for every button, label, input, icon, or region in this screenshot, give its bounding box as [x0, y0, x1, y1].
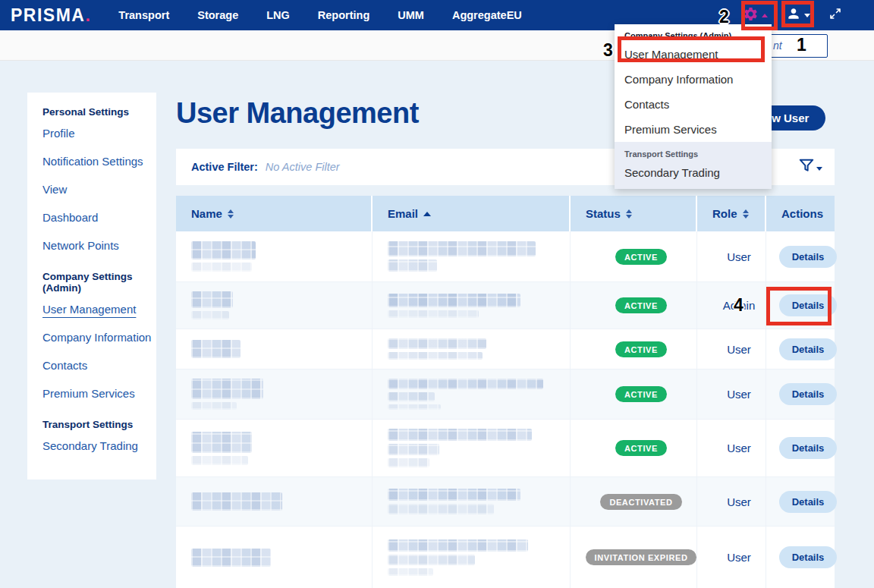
column-header-role[interactable]: Role — [697, 196, 766, 231]
actions-cell: Details — [766, 477, 835, 526]
filter-dropdown-button[interactable] — [799, 159, 822, 176]
redacted-text — [191, 402, 237, 410]
role-value: User — [727, 250, 751, 263]
redacted-text — [388, 429, 532, 441]
table-row: ACTIVEUserDetails — [176, 231, 835, 282]
role-cell: User — [697, 231, 766, 281]
sidebar-item-contacts[interactable]: Contacts — [42, 351, 156, 379]
menu-item-premium-services[interactable]: Premium Services — [615, 117, 772, 142]
status-cell: ACTIVE — [571, 420, 697, 476]
redacted-text — [191, 549, 271, 567]
menu-item-contacts[interactable]: Contacts — [615, 92, 772, 117]
expand-arrows-icon — [828, 7, 842, 24]
sidebar-item-notification-settings[interactable]: Notification Settings — [42, 147, 156, 175]
table-body: ACTIVEUserDetailsACTIVEAdminDetailsACTIV… — [176, 231, 835, 588]
role-value: User — [727, 551, 751, 564]
column-header-name[interactable]: Name — [176, 196, 373, 231]
sidebar-section-personal-settings: Personal SettingsProfileNotification Set… — [42, 106, 156, 259]
name-cell — [176, 369, 373, 419]
details-button-row-5[interactable]: Details — [779, 437, 838, 459]
table-header-row: NameEmailStatusRoleActions — [176, 196, 835, 231]
redacted-text — [388, 555, 475, 565]
redacted-text — [388, 504, 494, 514]
settings-menu-button[interactable] — [743, 6, 768, 25]
details-button-row-3[interactable]: Details — [779, 338, 838, 360]
status-badge: INVITATION EXPIRED — [586, 549, 697, 565]
status-cell: INVITATION EXPIRED — [571, 527, 697, 588]
column-label: Actions — [781, 207, 823, 220]
role-cell: User — [697, 527, 766, 588]
redacted-text — [191, 241, 256, 259]
name-cell — [176, 231, 373, 281]
nav-item-aggregateeu[interactable]: AggregateEU — [452, 9, 522, 21]
sidebar-item-dashboard[interactable]: Dashboard — [42, 203, 156, 231]
sort-down-arrow — [228, 215, 234, 219]
sidebar-item-company-information[interactable]: Company Information — [42, 323, 156, 351]
actions-cell: Details — [766, 231, 835, 281]
email-cell — [373, 420, 571, 476]
person-icon — [786, 6, 801, 24]
email-cell — [373, 282, 571, 329]
annotation-digit-2: 2 — [719, 7, 729, 27]
annotation-digit-1: 1 — [797, 35, 806, 55]
user-menu-button[interactable] — [786, 6, 810, 24]
nav-item-transport[interactable]: Transport — [118, 9, 169, 21]
sort-down-arrow — [626, 215, 632, 219]
status-cell: DEACTIVATED — [571, 477, 697, 526]
details-button-row-1[interactable]: Details — [779, 246, 838, 268]
details-button-row-7[interactable]: Details — [779, 546, 838, 568]
sidebar-item-network-points[interactable]: Network Points — [42, 231, 156, 259]
redacted-text — [388, 404, 441, 410]
sidebar-item-user-management[interactable]: User Management — [42, 295, 156, 323]
column-label: Status — [586, 207, 621, 220]
sidebar-item-premium-services[interactable]: Premium Services — [42, 379, 156, 407]
role-value: User — [727, 343, 751, 356]
details-button-row-6[interactable]: Details — [779, 491, 838, 513]
column-header-status[interactable]: Status — [571, 196, 697, 231]
status-badge: ACTIVE — [615, 341, 667, 357]
nav-item-storage[interactable]: Storage — [197, 9, 238, 21]
sort-icon — [228, 209, 234, 219]
role-cell: User — [697, 329, 766, 369]
funnel-icon — [799, 159, 814, 176]
role-cell: User — [697, 477, 766, 526]
redacted-text — [388, 489, 520, 501]
details-button-row-4[interactable]: Details — [779, 383, 838, 405]
redacted-text — [388, 539, 528, 552]
column-header-actions[interactable]: Actions — [766, 196, 835, 231]
sort-icon — [626, 209, 632, 219]
details-button-row-2[interactable]: Details — [779, 294, 838, 316]
redacted-text — [191, 456, 248, 465]
email-cell — [373, 231, 571, 281]
menu-item-user-management[interactable]: User Management — [615, 42, 772, 67]
sidebar-item-profile[interactable]: Profile — [42, 119, 156, 147]
sort-asc-icon — [423, 212, 431, 216]
name-cell — [176, 527, 373, 588]
sort-down-arrow — [743, 215, 749, 219]
sidebar-section-header: Personal Settings — [42, 106, 156, 118]
name-cell — [176, 282, 373, 329]
nav-item-lng[interactable]: LNG — [266, 9, 290, 21]
actions-cell: Details — [766, 329, 835, 369]
actions-cell: Details — [766, 369, 835, 419]
sidebar-item-secondary-trading[interactable]: Secondary Trading — [42, 432, 156, 460]
table-row: ACTIVEUserDetails — [176, 369, 835, 420]
redacted-text — [191, 291, 233, 308]
nav-item-reporting[interactable]: Reporting — [318, 9, 369, 21]
redacted-text — [388, 379, 543, 389]
fullscreen-button[interactable] — [828, 7, 842, 24]
menu-item-secondary-trading[interactable]: Secondary Trading — [615, 160, 772, 189]
nav-item-umm[interactable]: UMM — [398, 9, 424, 21]
column-header-email[interactable]: Email — [373, 196, 571, 231]
role-value: User — [727, 495, 751, 508]
status-badge: DEACTIVATED — [600, 494, 681, 510]
sidebar-item-view[interactable]: View — [42, 175, 156, 203]
redacted-text — [388, 241, 536, 256]
menu-item-company-information[interactable]: Company Information — [615, 67, 772, 92]
prisma-logo[interactable]: PRISMA. — [11, 5, 91, 26]
logo-text: PRISMA — [11, 5, 85, 25]
settings-dropdown-menu: Company Settings (Admin)User ManagementC… — [615, 24, 772, 189]
name-cell — [176, 329, 373, 369]
role-value: User — [727, 442, 751, 454]
sidebar-section-transport-settings: Transport SettingsSecondary Trading — [42, 419, 156, 460]
